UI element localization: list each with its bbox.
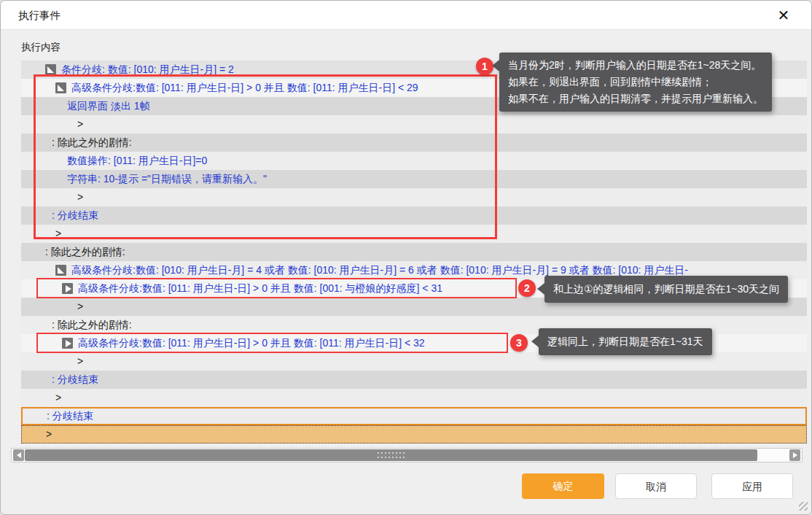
row-insert-marker[interactable]: > [21, 225, 807, 243]
tooltip-line: 当月份为2时，判断用户输入的日期是否在1~28天之间。 [508, 57, 763, 74]
dialog-title: 执行事件 [18, 1, 60, 30]
command-text: : 除此之外的剧情: [52, 316, 132, 334]
command-text: 字符串: 10-提示 ="日期错误，请重新输入。" [67, 170, 267, 188]
scroll-left-arrow-icon[interactable] [13, 449, 24, 461]
row-insert-marker[interactable]: > [21, 188, 807, 206]
tooltip-line: 如果在，则退出界面，回到剧情中继续剧情； [508, 74, 763, 90]
row-insert-marker[interactable]: > [21, 389, 807, 407]
annotation-badge-1: 1 [476, 58, 493, 75]
cancel-button[interactable]: 取消 [615, 473, 697, 499]
command-text: > [77, 352, 83, 371]
command-text: 返回界面 淡出 1帧 [67, 97, 150, 115]
annotation-badge-3: 3 [510, 334, 528, 352]
command-text: : 分歧结束 [47, 407, 93, 425]
command-text: 高级条件分歧:数值: [011: 用户生日-日] > 0 并且 数值: [011… [71, 79, 418, 97]
command-text: > [55, 389, 61, 407]
command-text: > [77, 115, 83, 133]
resize-grip[interactable] [799, 502, 808, 511]
row-variable-op[interactable]: 数值操作: [011: 用户生日-日]=0 [21, 152, 807, 170]
tooltip-line: 如果不在，用户输入的日期清零，并提示用户重新输入。 [508, 90, 763, 107]
annotation-badge-2: 2 [518, 279, 536, 297]
horizontal-scrollbar[interactable] [11, 448, 803, 462]
row-insert-marker[interactable]: > [21, 115, 807, 133]
apply-button[interactable]: 应用 [711, 473, 793, 499]
row-insert-marker-focused[interactable]: > [21, 425, 807, 444]
scrollbar-grip-icon [378, 452, 405, 458]
row-branch-end[interactable]: : 分歧结束 [21, 371, 807, 389]
command-text: : 分歧结束 [52, 206, 98, 225]
command-text: > [55, 225, 61, 243]
command-text: 高级条件分歧:数值: [011: 用户生日-日] > 0 并且 数值: [001… [78, 279, 442, 298]
annotation-tooltip-1: 当月份为2时，判断用户输入的日期是否在1~28天之间。 如果在，则退出界面，回到… [499, 53, 772, 112]
command-text: 数值操作: [011: 用户生日-日]=0 [67, 152, 207, 170]
row-string-op[interactable]: 字符串: 10-提示 ="日期错误，请重新输入。" [21, 170, 807, 188]
command-text: : 除此之外的剧情: [45, 243, 125, 261]
collapse-collapsed-icon[interactable] [62, 338, 73, 349]
command-text: 条件分歧: 数值: [010: 用户生日-月] = 2 [61, 61, 234, 79]
close-icon[interactable]: ✕ [773, 5, 794, 26]
collapse-expanded-icon[interactable] [55, 82, 66, 93]
command-text: > [77, 298, 83, 316]
command-text: 高级条件分歧:数值: [011: 用户生日-日] > 0 并且 数值: [011… [78, 334, 425, 352]
annotation-tooltip-2: 和上边①的逻辑相同，判断日期是否在1~30天之间 [544, 276, 788, 303]
scrollbar-thumb[interactable] [25, 449, 757, 461]
content-label: 执行内容 [21, 41, 60, 54]
command-text: > [46, 425, 52, 444]
command-text: : 除此之外的剧情: [52, 133, 132, 152]
tooltip-arrow-icon [537, 283, 544, 295]
ok-button[interactable]: 确定 [522, 473, 604, 499]
dialog-window: 执行事件 ✕ 执行内容 条件分歧: 数值: [010: 用户生日-月] = 2 … [0, 0, 812, 515]
command-text: > [77, 188, 83, 206]
scroll-right-arrow-icon[interactable] [789, 449, 800, 461]
collapse-expanded-icon[interactable] [55, 265, 66, 276]
row-branch-end-selected[interactable]: : 分歧结束 [21, 407, 807, 425]
tooltip-text: 和上边①的逻辑相同，判断日期是否在1~30天之间 [553, 283, 779, 295]
row-else-branch[interactable]: : 除此之外的剧情: [21, 133, 807, 152]
tooltip-arrow-icon [531, 336, 539, 347]
tooltip-text: 逻辑同上，判断日期是否在1~31天 [547, 336, 703, 347]
annotation-tooltip-3: 逻辑同上，判断日期是否在1~31天 [539, 328, 712, 355]
row-else-branch[interactable]: : 除此之外的剧情: [21, 243, 807, 261]
row-branch-end[interactable]: : 分歧结束 [21, 206, 807, 225]
collapse-expanded-icon[interactable] [45, 64, 56, 75]
event-command-list: 条件分歧: 数值: [010: 用户生日-月] = 2 高级条件分歧:数值: [… [21, 61, 807, 444]
tooltip-arrow-icon [492, 60, 499, 71]
collapse-collapsed-icon[interactable] [62, 283, 73, 294]
command-text: : 分歧结束 [52, 371, 98, 389]
title-bar: 执行事件 ✕ [1, 1, 811, 30]
